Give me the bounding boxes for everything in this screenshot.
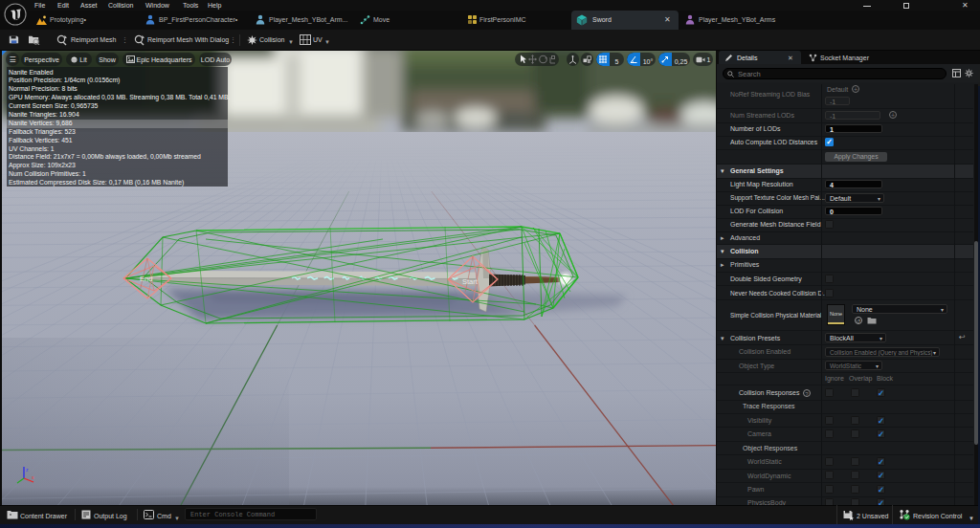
svg-text:Start: Start xyxy=(462,277,479,286)
svg-text:End: End xyxy=(140,275,152,283)
